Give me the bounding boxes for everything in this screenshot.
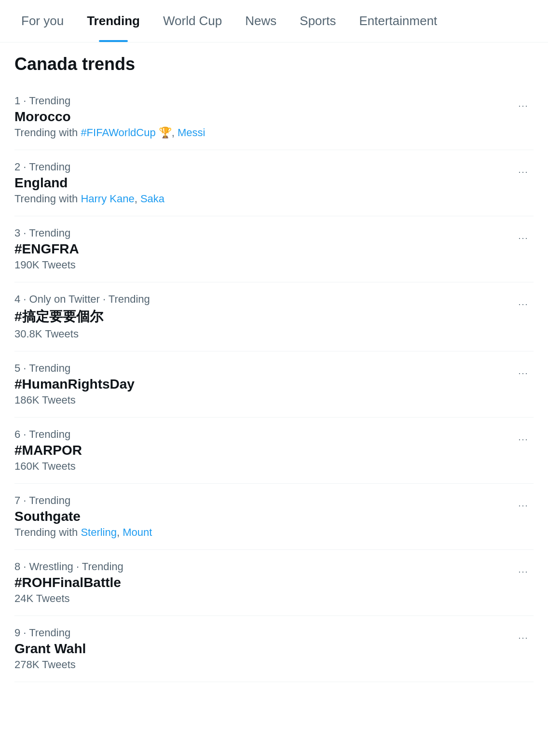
trend-name: Morocco [14,109,513,125]
trend-meta: 8 · Wrestling · Trending [14,560,513,573]
trend-item[interactable]: 6 · Trending#MARPOR160K Tweets··· [14,418,534,484]
trend-more-button[interactable]: ··· [513,294,534,314]
trend-more-button[interactable]: ··· [513,96,534,116]
trend-more-button[interactable]: ··· [513,228,534,248]
trend-item-left: 3 · Trending#ENGFRA190K Tweets [14,227,513,271]
trend-item[interactable]: 8 · Wrestling · Trending#ROHFinalBattle2… [14,550,534,616]
trend-tweet-count: 278K Tweets [14,658,513,671]
trend-link[interactable]: Saka [140,193,164,205]
main-content: Canada trends 1 · TrendingMoroccoTrendin… [0,42,548,694]
trend-meta: 9 · Trending [14,627,513,639]
more-dots-icon: ··· [518,368,528,378]
trend-item[interactable]: 4 · Only on Twitter · Trending#搞定要要個尔30.… [14,282,534,351]
nav-tab-world-cup[interactable]: World Cup [151,0,233,42]
trend-meta: 3 · Trending [14,227,513,239]
trend-item-left: 2 · TrendingEnglandTrending with Harry K… [14,161,513,205]
trend-item[interactable]: 2 · TrendingEnglandTrending with Harry K… [14,150,534,216]
more-dots-icon: ··· [518,567,528,577]
trend-sub: Trending with Sterling, Mount [14,526,513,539]
trend-link[interactable]: #FIFAWorldCup 🏆 [81,126,171,139]
trend-tweet-count: 30.8K Tweets [14,328,513,340]
trend-item-left: 9 · TrendingGrant Wahl278K Tweets [14,627,513,671]
trend-name: #ENGFRA [14,241,513,257]
trend-meta: 2 · Trending [14,161,513,173]
more-dots-icon: ··· [518,233,528,243]
trend-item[interactable]: 1 · TrendingMoroccoTrending with #FIFAWo… [14,84,534,150]
trend-tweet-count: 160K Tweets [14,460,513,473]
trend-more-button[interactable]: ··· [513,495,534,516]
more-dots-icon: ··· [518,501,528,511]
nav-tab-trending[interactable]: Trending [75,0,151,42]
trend-tweet-count: 186K Tweets [14,394,513,406]
trend-item-left: 7 · TrendingSouthgateTrending with Sterl… [14,494,513,539]
nav-tab-sports[interactable]: Sports [288,0,347,42]
trend-name: Southgate [14,509,513,524]
trend-item[interactable]: 5 · Trending#HumanRightsDay186K Tweets··… [14,351,534,418]
page-title: Canada trends [14,54,534,74]
trend-list: 1 · TrendingMoroccoTrending with #FIFAWo… [14,84,534,682]
nav-tab-news[interactable]: News [233,0,288,42]
trend-tweet-count: 24K Tweets [14,592,513,605]
trend-meta: 6 · Trending [14,428,513,441]
trend-item-left: 6 · Trending#MARPOR160K Tweets [14,428,513,473]
trend-meta: 5 · Trending [14,362,513,375]
trend-sub: Trending with Harry Kane, Saka [14,193,513,205]
more-dots-icon: ··· [518,167,528,177]
trend-link[interactable]: Mount [123,526,152,538]
nav-tab-for-you[interactable]: For you [10,0,75,42]
trend-more-button[interactable]: ··· [513,429,534,449]
trend-item-left: 4 · Only on Twitter · Trending#搞定要要個尔30.… [14,293,513,340]
trend-more-button[interactable]: ··· [513,162,534,182]
trend-name: Grant Wahl [14,641,513,657]
trend-link[interactable]: Messi [178,126,205,139]
more-dots-icon: ··· [518,299,528,309]
trend-tweet-count: 190K Tweets [14,259,513,271]
trend-item-left: 8 · Wrestling · Trending#ROHFinalBattle2… [14,560,513,605]
trend-more-button[interactable]: ··· [513,561,534,582]
trend-item-left: 5 · Trending#HumanRightsDay186K Tweets [14,362,513,406]
trend-name: England [14,175,513,191]
trend-more-button[interactable]: ··· [513,628,534,648]
trend-item[interactable]: 9 · TrendingGrant Wahl278K Tweets··· [14,616,534,682]
trend-item[interactable]: 3 · Trending#ENGFRA190K Tweets··· [14,216,534,282]
trend-name: #ROHFinalBattle [14,575,513,590]
nav-tab-entertainment[interactable]: Entertainment [347,0,449,42]
trend-item[interactable]: 7 · TrendingSouthgateTrending with Sterl… [14,484,534,550]
trend-sub: Trending with #FIFAWorldCup 🏆, Messi [14,126,513,139]
trend-meta: 1 · Trending [14,95,513,107]
trend-link[interactable]: Sterling [81,526,117,538]
trend-more-button[interactable]: ··· [513,363,534,383]
trend-name: #MARPOR [14,443,513,458]
more-dots-icon: ··· [518,633,528,643]
trend-meta: 7 · Trending [14,494,513,507]
nav-tabs: For youTrendingWorld CupNewsSportsEntert… [0,0,548,42]
trend-meta: 4 · Only on Twitter · Trending [14,293,513,306]
trend-item-left: 1 · TrendingMoroccoTrending with #FIFAWo… [14,95,513,139]
trend-link[interactable]: Harry Kane [81,193,134,205]
trend-name: #HumanRightsDay [14,377,513,392]
more-dots-icon: ··· [518,434,528,445]
more-dots-icon: ··· [518,101,528,111]
trend-name: #搞定要要個尔 [14,308,513,326]
